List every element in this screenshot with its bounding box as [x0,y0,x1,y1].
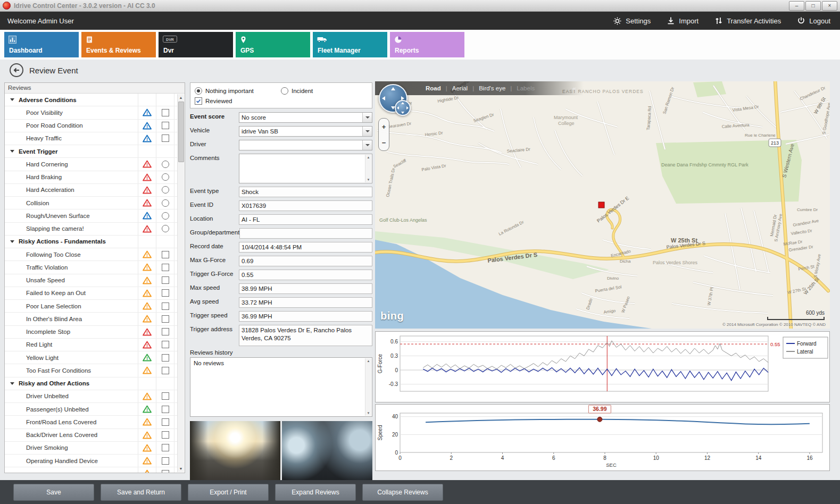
rotate-up-icon[interactable] [401,102,404,104]
dropdown-arrow-icon[interactable] [362,127,372,136]
reviews-history-scrollbar[interactable]: ▲▼ [365,358,371,416]
field-label: Trigger speed [190,311,239,318]
review-item-checkbox[interactable] [162,251,169,258]
expander-icon[interactable] [10,240,14,243]
scroll-down-icon[interactable]: ▼ [365,177,371,182]
expand-reviews-button[interactable]: Expand Reviews [275,484,356,501]
nav-import-button[interactable]: Import [667,16,698,26]
review-item-checkbox[interactable] [162,392,169,400]
review-item-radio[interactable] [162,225,169,232]
map-scale-bar [767,317,825,320]
map-canvas[interactable]: 213EAST RANCHO PALOS VERDESMarymountColl… [375,81,830,329]
rotate-right-icon[interactable] [406,106,409,110]
radio-incident[interactable]: Incident [281,87,313,95]
close-button[interactable]: × [822,1,837,11]
expander-icon[interactable] [10,382,14,385]
cabin-camera-video-thumbnail[interactable] [282,421,372,485]
review-item-checkbox[interactable] [162,135,169,142]
scroll-up-icon[interactable]: ▲ [178,94,184,101]
review-category-adverse-conditions[interactable]: Adverse Conditions [5,94,178,106]
review-item-checkbox[interactable] [162,289,169,297]
review-item-checkbox[interactable] [162,315,169,323]
pan-left-icon[interactable] [382,96,385,100]
import-icon [667,16,675,25]
map-mode-road[interactable]: Road [421,85,446,91]
nav-logout-button[interactable]: Logout [797,16,830,26]
review-item-checkbox[interactable] [162,328,169,335]
review-item-radio[interactable] [162,199,169,207]
dropdown-arrow-icon[interactable] [362,113,372,122]
pan-up-icon[interactable] [391,87,395,90]
reviews-scrollbar[interactable]: ▲ ▼ [177,94,184,472]
tab-gps[interactable]: GPS [236,32,310,57]
review-item-checkbox[interactable] [162,122,169,129]
map-toolbar-collapse-icon[interactable]: « [572,85,576,93]
scroll-up-icon[interactable]: ▲ [365,358,371,364]
nav-transfer-button[interactable]: Transfer Activities [714,16,781,26]
tab-reports[interactable]: Reports [390,32,464,57]
maximize-button[interactable]: □ [805,1,821,11]
checkbox-icon[interactable] [195,97,202,105]
back-button[interactable] [10,63,23,77]
dropdown-arrow-icon[interactable] [362,140,372,150]
review-item-checkbox[interactable] [162,457,169,465]
driver-select[interactable] [239,140,372,150]
checkbox-reviewed[interactable]: Reviewed [195,97,232,105]
review-item-checkbox[interactable] [162,470,169,473]
event-location-marker[interactable] [598,202,604,208]
save-button[interactable]: Save [13,484,94,501]
tab-dvr[interactable]: DVRDvr [159,32,233,57]
review-item-radio[interactable] [162,212,169,220]
review-item-checkbox[interactable] [162,303,169,310]
review-item-checkbox[interactable] [162,431,169,439]
scrollbar-thumb[interactable] [178,102,184,162]
radio-icon[interactable] [195,87,202,95]
review-item-checkbox[interactable] [162,276,169,284]
event_score-select[interactable]: No score [239,112,372,123]
review-item-checkbox[interactable] [162,264,169,271]
rotate-down-icon[interactable] [401,112,404,114]
map-mode-aerial[interactable]: Aerial [447,85,472,91]
review-item-checkbox[interactable] [162,367,169,374]
comments-input[interactable]: ▲▼ [239,154,372,183]
review-item-radio[interactable] [162,173,169,181]
vehicle-select[interactable]: idrive Van SB [239,126,372,137]
tab-dashboard[interactable]: Dashboard [4,32,79,57]
front-camera-video-thumbnail[interactable] [190,421,280,485]
review-item-checkbox[interactable] [162,341,169,348]
nav-settings-button[interactable]: Settings [613,16,651,26]
collapse-reviews-button[interactable]: Collapse Reviews [362,484,443,501]
tab-events-reviews[interactable]: Events & Reviews [81,32,156,57]
warning-triangle-icon: ! [143,289,152,297]
save-and-return-button[interactable]: Save and Return [101,484,181,501]
map-mode-bird-s-eye[interactable]: Bird's eye [474,85,510,91]
review-item-radio[interactable] [162,161,169,168]
reviews-history-list[interactable]: No reviews ▲▼ [190,357,372,417]
expander-icon[interactable] [10,98,14,101]
review-item-radio[interactable] [162,186,169,194]
review-item-checkbox[interactable] [162,444,169,451]
zoom-in-button[interactable]: + [382,123,386,130]
review-item-checkbox[interactable] [162,418,169,426]
scroll-down-icon[interactable]: ▼ [178,465,184,472]
review-category-risky-and-other-actions[interactable]: Risky and Other Actions [5,377,178,390]
review-item-checkbox[interactable] [162,354,169,362]
textarea-scrollbar[interactable]: ▲▼ [365,155,371,182]
review-category-event-trigger[interactable]: Event Trigger [5,145,178,158]
minimize-button[interactable]: – [789,1,804,11]
review-item-checkbox[interactable] [162,406,169,413]
radio-icon[interactable] [281,87,288,95]
expander-icon[interactable] [10,150,14,153]
zoom-out-button[interactable]: − [382,139,386,146]
export-print-button[interactable]: Export / Print [188,484,269,501]
rotate-left-icon[interactable] [397,106,399,110]
map-panel[interactable]: 213EAST RANCHO PALOS VERDESMarymountColl… [375,81,830,329]
tab-fleet-manager[interactable]: Fleet Manager [313,32,387,57]
review-item-checkbox[interactable] [162,109,169,116]
radio-nothing-important[interactable]: Nothing important [195,87,281,95]
scroll-down-icon[interactable]: ▼ [365,410,371,416]
map-rotate-control[interactable] [395,100,411,116]
review-category-risky-actions-fundamentals[interactable]: Risky Actions - Fundamentals [5,236,178,248]
scroll-up-icon[interactable]: ▲ [365,155,371,160]
map-mode-labels[interactable]: Labels [512,85,539,91]
